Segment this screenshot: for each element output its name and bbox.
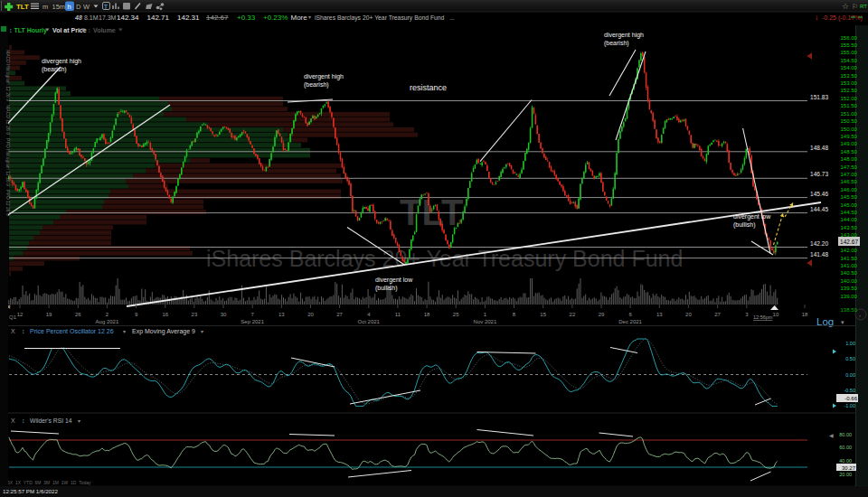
svg-text:143.50: 143.50 <box>841 225 858 230</box>
svg-text:60.00: 60.00 <box>839 445 852 450</box>
svg-text:153.50: 153.50 <box>841 73 858 79</box>
svg-text:145.00: 145.00 <box>841 202 858 208</box>
svg-text:140.00: 140.00 <box>841 278 858 284</box>
svg-text:divergent high: divergent high <box>304 73 344 80</box>
svg-text:154.50: 154.50 <box>841 58 858 63</box>
svg-text:Oct 2021: Oct 2021 <box>358 319 381 324</box>
svg-text:0.00: 0.00 <box>845 372 855 378</box>
svg-text:144.00: 144.00 <box>841 217 858 222</box>
svg-text:iShares Barclays 20+ Year Trea: iShares Barclays 20+ Year Treasury Bond … <box>315 14 455 22</box>
svg-text:↕: ↕ <box>88 27 91 33</box>
svg-text:145.46: 145.46 <box>810 191 828 197</box>
svg-text:-0.25 (-0.17%): -0.25 (-0.17%) <box>822 14 863 22</box>
svg-text:Nov 2021: Nov 2021 <box>474 319 497 324</box>
svg-text:MACD Histogram 12 26 9 MACD: MACD Histogram 12 26 9 MACD 12 26 9 PPO … <box>5 50 11 216</box>
svg-text:141.50: 141.50 <box>841 256 858 261</box>
svg-text:151.83: 151.83 <box>810 94 828 100</box>
svg-text:141.48: 141.48 <box>810 251 828 258</box>
svg-text:↕: ↕ <box>9 27 13 33</box>
svg-text:Vol at Price: Vol at Price <box>52 27 87 33</box>
svg-text:142.34: 142.34 <box>117 14 139 22</box>
svg-text:13: 13 <box>278 312 285 317</box>
svg-text:151.50: 151.50 <box>841 103 858 108</box>
svg-text:divergent high: divergent high <box>42 58 81 65</box>
svg-text:142.31: 142.31 <box>177 14 200 22</box>
svg-text:▾: ▾ <box>308 14 311 20</box>
svg-text:27: 27 <box>336 312 343 317</box>
svg-text:X: X <box>11 417 15 424</box>
svg-text:↓: ↓ <box>815 14 818 22</box>
svg-text:Volume: Volume <box>93 27 116 33</box>
svg-text:+0.23%: +0.23% <box>263 14 288 22</box>
svg-text:142.67: 142.67 <box>840 239 858 245</box>
svg-text:Price Percent Oscillator 12 26: Price Percent Oscillator 12 26 <box>30 328 114 334</box>
svg-text:142.71: 142.71 <box>147 14 170 22</box>
svg-text:◀: ◀ <box>829 433 834 438</box>
svg-text:h: h <box>68 3 71 11</box>
svg-text:divergent low: divergent low <box>733 213 771 220</box>
svg-text:RT: RT <box>860 4 867 9</box>
svg-text:154.00: 154.00 <box>841 65 858 70</box>
svg-text:+0.33: +0.33 <box>237 14 256 22</box>
svg-text:Aug 2021: Aug 2021 <box>96 319 119 324</box>
svg-text:-1.00: -1.00 <box>844 403 855 408</box>
svg-text:139.00: 139.00 <box>841 294 858 299</box>
svg-text:8.1M: 8.1M <box>84 14 99 21</box>
svg-text:›: › <box>859 313 861 318</box>
svg-text:▾: ▾ <box>123 329 126 334</box>
svg-text:142.00: 142.00 <box>841 248 858 253</box>
svg-text:(bearish): (bearish) <box>304 81 329 89</box>
svg-text:152.50: 152.50 <box>841 88 858 93</box>
svg-text:1.00: 1.00 <box>845 341 855 346</box>
svg-text:16: 16 <box>162 312 168 317</box>
svg-text:TLT: TLT <box>16 3 29 11</box>
svg-text:(bearish): (bearish) <box>604 40 629 47</box>
svg-text:TLT: TLT <box>400 192 463 232</box>
svg-text:150.00: 150.00 <box>841 127 858 132</box>
svg-text:Log: Log <box>816 316 834 327</box>
svg-text:divergent high: divergent high <box>604 32 644 39</box>
svg-text:12: 12 <box>17 312 24 317</box>
svg-text:-0.50: -0.50 <box>844 388 855 393</box>
svg-text:20.00: 20.00 <box>839 472 852 477</box>
svg-text:152.00: 152.00 <box>841 96 858 101</box>
svg-text:Dec 2021: Dec 2021 <box>618 319 642 324</box>
svg-text:139.50: 139.50 <box>841 286 858 291</box>
svg-text:(bullish): (bullish) <box>375 285 398 292</box>
svg-text:Sep 2021: Sep 2021 <box>241 319 264 324</box>
svg-text:144.50: 144.50 <box>841 210 858 215</box>
svg-text:155.00: 155.00 <box>841 50 858 55</box>
svg-text:148.48: 148.48 <box>810 145 828 151</box>
svg-text:T: T <box>104 4 108 10</box>
svg-text:10: 10 <box>773 312 779 317</box>
svg-text:More: More <box>291 14 308 22</box>
svg-text:22: 22 <box>570 312 576 317</box>
svg-text:144.45: 144.45 <box>810 206 828 212</box>
svg-text:142.67: 142.67 <box>206 14 229 22</box>
svg-text:25: 25 <box>453 312 459 317</box>
svg-text:142.20: 142.20 <box>810 240 828 247</box>
svg-text:26: 26 <box>75 312 81 317</box>
svg-text:146.00: 146.00 <box>841 187 858 192</box>
svg-text:15: 15 <box>540 312 546 317</box>
svg-text:23: 23 <box>192 312 198 317</box>
svg-text:TLT Hourly: TLT Hourly <box>14 27 48 34</box>
svg-text:W: W <box>83 3 90 11</box>
svg-text:▾: ▾ <box>78 418 80 424</box>
svg-text:(bearish): (bearish) <box>42 66 67 73</box>
svg-text:156.00: 156.00 <box>841 35 858 41</box>
svg-text:48: 48 <box>74 14 82 21</box>
svg-text:Wilder's RSI 14: Wilder's RSI 14 <box>30 417 72 424</box>
svg-text:☆: ☆ <box>842 2 849 11</box>
svg-text:Exp Moving Average 9: Exp Moving Average 9 <box>132 328 195 335</box>
svg-text:▾: ▾ <box>841 319 844 325</box>
svg-text:149.00: 149.00 <box>841 141 858 146</box>
svg-text:m: m <box>42 3 48 11</box>
svg-text:18: 18 <box>802 312 808 317</box>
svg-text:divergent low: divergent low <box>375 277 413 284</box>
svg-text:17.3M: 17.3M <box>99 14 117 21</box>
svg-text:X: X <box>11 328 15 334</box>
svg-text:18: 18 <box>424 312 430 317</box>
svg-text:148.00: 148.00 <box>841 156 858 162</box>
svg-text:27: 27 <box>714 312 721 317</box>
